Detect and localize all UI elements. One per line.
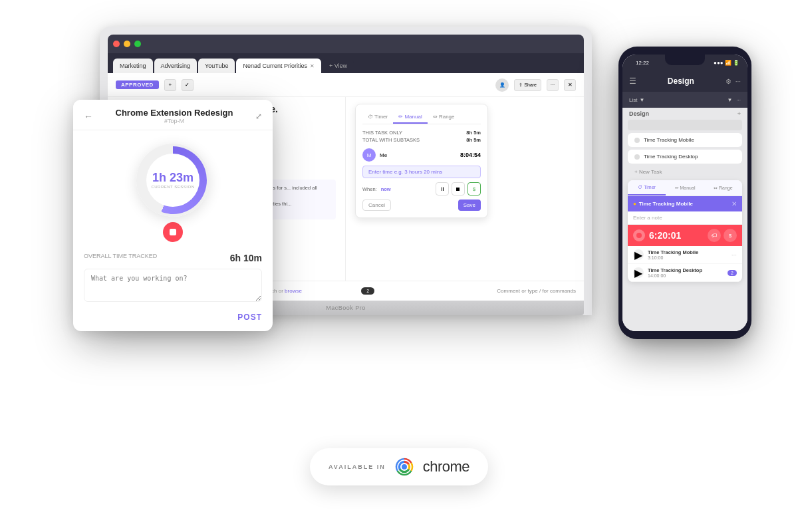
mobile-menu-icon[interactable]: ☰ <box>629 76 636 86</box>
mtp-bookmark-btn[interactable]: 🏷 <box>708 229 721 242</box>
mtp-tab-range[interactable]: ⇔ Range <box>704 180 742 196</box>
toolbar-btn-more[interactable]: ··· <box>547 79 559 91</box>
timer-circle-inner: 1h 23m CURRENT SESSION <box>146 154 200 207</box>
mtp-task-name: Time Tracking Mobile <box>639 201 693 207</box>
mtp-timer-value: 6:20:01 <box>649 230 681 241</box>
tab-nenad[interactable]: Nenad Current Priorities ✕ <box>236 59 321 73</box>
toolbar-btn-check[interactable]: ✓ <box>182 79 194 91</box>
toolbar-btn-share[interactable]: ⇧ Share <box>514 79 541 91</box>
mobile-notch <box>665 55 705 65</box>
mobile-signal: ●●● 📶 🔋 <box>714 60 739 66</box>
back-icon[interactable]: ← <box>84 111 93 122</box>
stop-timer-btn[interactable] <box>163 222 183 242</box>
task-dot-2 <box>634 154 640 160</box>
post-button[interactable]: POST <box>237 313 262 322</box>
tab-advertising[interactable]: Advertising <box>154 59 198 73</box>
browser-tabs: Marketing Advertising YouTube Nenad Curr… <box>108 53 584 73</box>
avatar-small: 👤 <box>495 78 509 92</box>
mtp-dots-1[interactable]: ··· <box>732 251 737 259</box>
mtp-history-time-1: 3:10:00 <box>648 255 728 260</box>
chrome-icon <box>394 456 415 477</box>
scene: Marketing Advertising YouTube Nenad Curr… <box>33 7 765 525</box>
tab-view[interactable]: + View <box>323 59 354 73</box>
mobile-more-icon[interactable]: ··· <box>735 78 741 85</box>
time-popup: ⏱ Timer ✏ Manual ⇔ Range THIS TASK ONLY … <box>355 104 488 218</box>
mtp-play-1[interactable]: ▶ <box>633 249 644 260</box>
mobile-nav-actions: ⚙ ··· <box>726 78 741 85</box>
svg-point-3 <box>402 464 407 469</box>
toolbar-btn-add[interactable]: + <box>164 79 176 91</box>
mobile-device: 12:22 ●●● 📶 🔋 ☰ Design ⚙ ··· List <box>618 47 751 339</box>
stop-btn[interactable]: ⏹ <box>452 182 465 196</box>
mobile-nav: ☰ Design ⚙ ··· <box>622 70 747 92</box>
time-tab-range[interactable]: ⇔ Range <box>428 111 460 124</box>
ext-overall: OVERALL TIME TRACKED 6h 10m <box>73 253 273 269</box>
mobile-time: 12:22 <box>636 60 649 66</box>
traffic-light-red[interactable] <box>113 41 120 47</box>
time-input[interactable]: Enter time e.g. 3 hours 20 mins <box>362 166 481 178</box>
mtp-record-btn[interactable] <box>633 229 645 241</box>
mtp-note-input[interactable]: Enter a note <box>628 211 742 225</box>
placeholder-task <box>628 120 742 130</box>
mtp-timer-btns: 🏷 $ <box>708 229 737 242</box>
task-item-2[interactable]: Time Tracking Desktop <box>628 150 742 164</box>
timer-circle: 1h 23m CURRENT SESSION <box>136 144 209 217</box>
dollar-btn[interactable]: $ <box>467 182 481 196</box>
chrome-text: chrome <box>423 458 469 475</box>
mobile-time-panel: ⏱ Timer ✏ Manual ⇔ Range ● Time Tracking… <box>628 180 742 282</box>
mtp-tab-manual[interactable]: ✏ Manual <box>666 180 704 196</box>
list-header-actions: ▼ ··· <box>727 97 741 103</box>
time-tab-manual[interactable]: ✏ Manual <box>393 111 427 124</box>
mobile-screen: 12:22 ●●● 📶 🔋 ☰ Design ⚙ ··· List <box>622 55 747 331</box>
filter-icon[interactable]: ▼ <box>727 97 732 103</box>
tab-youtube[interactable]: YouTube <box>198 59 235 73</box>
time-popup-actions: Cancel Save <box>362 200 481 211</box>
when-now[interactable]: now <box>381 186 391 192</box>
save-button[interactable]: Save <box>458 200 481 211</box>
mobile-content: Design + Time Tracking Mobile Time Track… <box>622 108 747 331</box>
tab-close-icon[interactable]: ✕ <box>310 63 315 69</box>
pause-btn[interactable]: ⏸ <box>436 182 449 196</box>
mobile-outer: 12:22 ●●● 📶 🔋 ☰ Design ⚙ ··· List <box>618 47 751 339</box>
comment-hint: Comment or type / for commands <box>380 288 576 294</box>
traffic-light-yellow[interactable] <box>124 41 130 47</box>
mtp-timer-display-area: 6:20:01 <box>633 229 681 241</box>
available-text: AVAILABLE IN <box>329 464 386 470</box>
task-right-panel: ⏱ Timer ✏ Manual ⇔ Range THIS TASK ONLY … <box>346 97 584 281</box>
extension-popup: ← Chrome Extension Redesign #Top-M ⤢ 1h … <box>73 100 273 331</box>
mtp-tab-timer[interactable]: ⏱ Timer <box>628 180 666 196</box>
ext-title: Chrome Extension Redesign <box>116 108 233 118</box>
expand-icon[interactable]: ⤢ <box>255 112 262 121</box>
task-item-1[interactable]: Time Tracking Mobile <box>628 133 742 147</box>
this-task-stat: THIS TASK ONLY 8h 5m <box>362 130 481 136</box>
add-task-btn[interactable]: + New Task <box>628 166 742 178</box>
mtp-close-icon[interactable]: ✕ <box>732 200 737 207</box>
list-type[interactable]: List ▼ <box>629 97 644 103</box>
timer-sublabel: CURRENT SESSION <box>151 185 194 189</box>
mtp-active-task: ● Time Tracking Mobile ✕ <box>628 196 742 211</box>
mtp-history-title-2: Time Tracking Desktop <box>648 267 724 273</box>
mtp-history-2: ▶ Time Tracking Desktop 14:00:00 2 <box>628 264 742 282</box>
mtp-dollar-btn[interactable]: $ <box>724 229 737 242</box>
timer-display: 1h 23m <box>152 172 194 184</box>
section-add-icon[interactable]: + <box>737 110 741 117</box>
more-options-icon[interactable]: ··· <box>736 97 741 103</box>
mtp-play-2[interactable]: ▶ <box>633 267 644 278</box>
ext-post-row: POST <box>73 313 273 331</box>
user-avatar: M <box>362 148 376 162</box>
traffic-light-green[interactable] <box>134 41 141 47</box>
ext-textarea[interactable] <box>84 269 262 302</box>
time-tab-timer[interactable]: ⏱ Timer <box>362 111 393 124</box>
stop-icon <box>170 229 176 235</box>
toolbar-btn-close[interactable]: ✕ <box>564 79 576 91</box>
when-row: When: now ⏸ ⏹ $ <box>362 182 481 196</box>
mtp-history-1: ▶ Time Tracking Mobile 3:10:00 ··· <box>628 246 742 264</box>
mtp-history-time-2: 14:00:00 <box>648 273 724 278</box>
cancel-button[interactable]: Cancel <box>362 200 391 211</box>
chrome-badge[interactable]: AVAILABLE IN <box>310 448 488 485</box>
tab-marketing[interactable]: Marketing <box>113 59 153 73</box>
mtp-history-title-1: Time Tracking Mobile <box>648 249 728 255</box>
mobile-settings-icon[interactable]: ⚙ <box>726 78 732 85</box>
overall-label: OVERALL TIME TRACKED <box>84 253 157 263</box>
chrome-badge-text: AVAILABLE IN <box>329 464 386 470</box>
